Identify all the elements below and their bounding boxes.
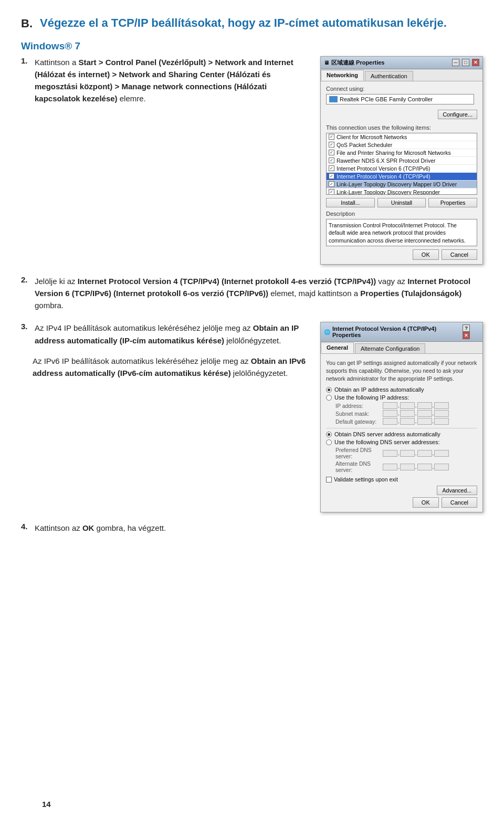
obtain-dns-radio[interactable] — [326, 432, 332, 437]
ip-seg3[interactable] — [417, 402, 432, 409]
step4-text: Kattintson az OK gombra, ha végzett. — [35, 522, 483, 534]
ip-address-input: . . . — [383, 402, 449, 409]
gw-seg3[interactable] — [417, 418, 432, 425]
step4-number: 4. — [21, 522, 32, 531]
use-ip-radio[interactable] — [326, 395, 332, 401]
obtain-dns-radio-row[interactable]: Obtain DNS server address automatically — [326, 431, 477, 437]
pdns-seg2[interactable] — [400, 450, 415, 457]
tab-authentication[interactable]: Authentication — [365, 71, 413, 81]
dialog2-container: 🌐 Internet Protocol Version 4 (TCP/IPv4)… — [320, 322, 483, 512]
alternate-dns-row: Alternate DNS server: . . . — [326, 460, 477, 473]
step1-number: 1. — [21, 56, 32, 65]
ip-seg4[interactable] — [434, 402, 449, 409]
checkbox-rawether[interactable] — [329, 158, 334, 163]
dialog1-tabs: Networking Authentication — [321, 69, 482, 81]
dialog1-title-text: 区域連線 Properties — [331, 59, 384, 67]
network-properties-dialog: 🖥 区域連線 Properties ─ □ ✕ Networking Authe… — [320, 56, 483, 265]
dialog2-btn-row: Advanced... — [437, 486, 477, 495]
step2-row: 2. Jelölje ki az Internet Protocol Versi… — [21, 275, 483, 312]
gw-seg1[interactable] — [383, 418, 397, 425]
dialog2-title-area: 🌐 Internet Protocol Version 4 (TCP/IPv4)… — [324, 326, 461, 338]
dialog2-cancel-button[interactable]: Cancel — [442, 497, 477, 508]
subnet-input: . . . — [383, 410, 449, 417]
dialog1-ok-button[interactable]: OK — [413, 249, 439, 260]
install-button[interactable]: Install... — [326, 198, 375, 207]
section-letter: B. — [21, 16, 33, 30]
install-uninstall-row: Install... Uninstall Properties — [326, 198, 477, 207]
dialog2-tabs: General Alternate Configuration — [321, 342, 482, 354]
alternate-dns-input: . . . — [383, 464, 449, 470]
items-label: This connection uses the following items… — [326, 124, 477, 131]
adns-seg2[interactable] — [400, 464, 415, 470]
ip-seg2[interactable] — [400, 402, 415, 409]
dialog2-question-button[interactable]: ? — [463, 324, 470, 332]
nic-name-text: Realtek PCIe GBE Family Controller — [340, 96, 433, 102]
nic-icon — [329, 96, 338, 102]
checkbox-lltd[interactable] — [329, 181, 334, 187]
obtain-ip-radio-row[interactable]: Obtain an IP address automatically — [326, 386, 477, 393]
subnet-seg2[interactable] — [400, 410, 415, 417]
checkbox-client[interactable] — [329, 134, 334, 140]
use-ip-label: Use the following IP address: — [334, 394, 409, 401]
use-ip-radio-row[interactable]: Use the following IP address: — [326, 394, 477, 401]
checkbox-lltd-resp[interactable] — [329, 189, 334, 195]
adns-seg1[interactable] — [383, 464, 397, 470]
page-content: B. Végezze el a TCP/IP beállításokat, ho… — [21, 16, 483, 824]
uninstall-button[interactable]: Uninstall — [377, 198, 426, 207]
subnet-label: Subnet mask: — [335, 411, 383, 417]
pdns-seg3[interactable] — [417, 450, 432, 457]
advanced-button[interactable]: Advanced... — [437, 486, 477, 495]
tab-networking[interactable]: Networking — [321, 70, 364, 81]
list-item-lltd[interactable]: Link-Layer Topology Discovery Mapper I/O… — [327, 181, 477, 188]
preferred-dns-row: Preferred DNS server: . . . — [326, 447, 477, 459]
step2-text: Jelölje ki az Internet Protocol Version … — [35, 275, 483, 312]
list-item: Internet Protocol Version 6 (TCP/IPv6) — [327, 165, 477, 173]
separator — [326, 428, 477, 428]
dialog2-close-button[interactable]: ✕ — [463, 332, 470, 339]
tab-alternate-config[interactable]: Alternate Configuration — [355, 343, 426, 353]
validate-checkbox[interactable] — [326, 477, 332, 483]
adns-seg3[interactable] — [417, 464, 432, 470]
connect-using-label: Connect using: — [326, 86, 477, 92]
validate-row: Validate settings upon exit — [326, 476, 477, 483]
preferred-dns-label: Preferred DNS server: — [335, 447, 383, 459]
use-dns-radio[interactable] — [326, 439, 332, 445]
section-header: B. Végezze el a TCP/IP beállításokat, ho… — [21, 16, 483, 31]
ip-seg1[interactable] — [383, 402, 397, 409]
dialog2-ok-cancel: OK Cancel — [326, 497, 477, 508]
properties-button[interactable]: Properties — [428, 198, 477, 207]
close-button[interactable]: ✕ — [472, 59, 479, 66]
dialog2-bottom-row: Advanced... — [326, 486, 477, 495]
dialog1-window-controls: ─ □ ✕ — [451, 59, 479, 66]
obtain-ip-radio[interactable] — [326, 387, 332, 393]
minimize-button[interactable]: ─ — [452, 59, 459, 66]
checkbox-ipv4[interactable] — [329, 173, 334, 179]
dialog1-cancel-button[interactable]: Cancel — [442, 249, 477, 260]
checkbox-qos[interactable] — [329, 142, 334, 148]
configure-button[interactable]: Configure... — [438, 110, 477, 119]
gw-seg2[interactable] — [400, 418, 415, 425]
tab-general[interactable]: General — [321, 342, 354, 353]
dialog2-info-text: You can get IP settings assigned automat… — [326, 358, 477, 383]
adns-seg4[interactable] — [434, 464, 449, 470]
gw-seg4[interactable] — [434, 418, 449, 425]
list-item: File and Printer Sharing for Microsoft N… — [327, 149, 477, 157]
pdns-seg1[interactable] — [383, 450, 397, 457]
use-dns-radio-row[interactable]: Use the following DNS server addresses: — [326, 439, 477, 445]
pdns-seg4[interactable] — [434, 450, 449, 457]
checkbox-ipv6[interactable] — [329, 165, 334, 171]
subnet-seg4[interactable] — [434, 410, 449, 417]
dialog2-ok-button[interactable]: OK — [413, 497, 439, 508]
alternate-dns-label: Alternate DNS server: — [335, 460, 383, 473]
subnet-seg3[interactable] — [417, 410, 432, 417]
step1-row: 1. Kattintson a Start > Control Panel (V… — [21, 56, 483, 265]
list-item-ipv4-selected[interactable]: Internet Protocol Version 4 (TCP/IPv4) — [327, 173, 477, 181]
subnet-seg1[interactable] — [383, 410, 397, 417]
dialog2-window-controls: ? ✕ — [461, 324, 479, 339]
gateway-row: Default gateway: . . . — [326, 418, 477, 425]
maximize-button[interactable]: □ — [462, 59, 469, 66]
list-item: Rawether NDIS 6.X SPR Protocol Driver — [327, 157, 477, 165]
list-item: Client for Microsoft Networks — [327, 133, 477, 141]
list-item: QoS Packet Scheduler — [327, 141, 477, 149]
checkbox-printer[interactable] — [329, 150, 334, 155]
